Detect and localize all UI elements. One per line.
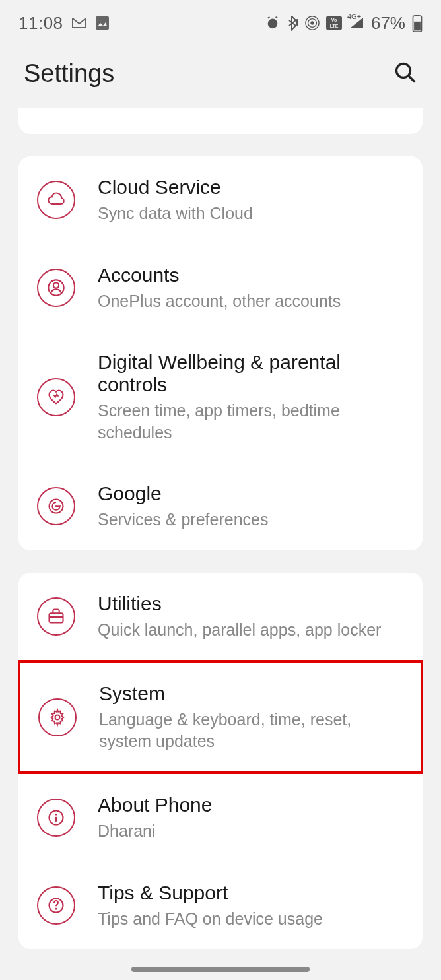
item-title: Tips & Support	[98, 882, 404, 904]
info-icon	[37, 799, 75, 837]
navigation-handle[interactable]	[131, 967, 310, 972]
item-subtitle: Tips and FAQ on device usage	[98, 908, 404, 930]
search-icon[interactable]	[393, 61, 417, 87]
cloud-icon	[37, 181, 75, 219]
svg-point-15	[53, 282, 59, 288]
svg-point-3	[310, 21, 314, 25]
status-right: VoLTE 4G+ 67%	[265, 13, 423, 34]
status-left: 11:08	[18, 13, 110, 34]
item-title: Google	[98, 482, 404, 505]
card-previous-group-tail	[18, 108, 423, 134]
settings-item-tips-support[interactable]: Tips & Support Tips and FAQ on device us…	[18, 862, 423, 950]
settings-item-google[interactable]: Google Services & preferences	[18, 463, 423, 550]
svg-point-24	[55, 908, 57, 910]
signal-icon: 4G+	[349, 16, 364, 30]
volte-icon: VoLTE	[326, 16, 342, 30]
item-title: About Phone	[98, 794, 404, 816]
item-title: Accounts	[98, 264, 404, 286]
settings-header: Settings	[0, 40, 441, 108]
svg-line-13	[409, 76, 414, 81]
settings-item-about-phone[interactable]: About Phone Dharani	[18, 774, 423, 862]
alarm-icon	[265, 16, 280, 30]
item-title: Cloud Service	[98, 176, 404, 199]
settings-item-system[interactable]: System Language & keyboard, time, reset,…	[18, 660, 423, 774]
item-title: System	[99, 682, 403, 705]
hotspot-icon	[305, 16, 320, 30]
item-subtitle: Screen time, app timers, bedtime schedul…	[98, 400, 404, 443]
item-subtitle: Quick launch, parallel apps, app locker	[98, 619, 404, 641]
page-title: Settings	[24, 59, 114, 88]
settings-group-2: Utilities Quick launch, parallel apps, a…	[18, 573, 423, 950]
svg-rect-0	[96, 16, 109, 30]
svg-text:LTE: LTE	[330, 24, 339, 28]
item-subtitle: Language & keyboard, time, reset, system…	[99, 709, 403, 752]
item-title: Digital Wellbeing & parental controls	[98, 351, 404, 396]
status-time: 11:08	[18, 13, 63, 34]
settings-item-accounts[interactable]: Accounts OnePlus account, other accounts	[18, 244, 423, 332]
status-bar: 11:08 VoLTE 4G+ 67%	[0, 0, 441, 40]
svg-point-19	[55, 715, 60, 719]
help-icon	[37, 886, 75, 925]
settings-item-utilities[interactable]: Utilities Quick launch, parallel apps, a…	[18, 573, 423, 661]
person-icon	[37, 269, 75, 307]
item-subtitle: Dharani	[98, 820, 404, 842]
google-icon	[37, 487, 75, 525]
gear-icon	[38, 698, 77, 736]
gmail-icon	[71, 17, 87, 29]
item-subtitle: OnePlus account, other accounts	[98, 290, 404, 312]
svg-rect-17	[50, 613, 63, 622]
settings-group-1: Cloud Service Sync data with Cloud Accou…	[18, 156, 423, 550]
image-icon	[95, 16, 110, 30]
battery-percent: 67%	[371, 13, 405, 34]
battery-icon	[412, 15, 423, 32]
svg-text:Vo: Vo	[331, 18, 337, 22]
svg-point-21	[55, 814, 57, 816]
settings-item-digital-wellbeing[interactable]: Digital Wellbeing & parental controls Sc…	[18, 331, 423, 463]
heart-icon	[37, 378, 75, 416]
bluetooth-icon	[287, 15, 298, 31]
svg-point-1	[268, 19, 278, 29]
briefcase-icon	[37, 597, 75, 636]
settings-item-cloud-service[interactable]: Cloud Service Sync data with Cloud	[18, 156, 423, 244]
svg-rect-11	[414, 22, 421, 31]
item-title: Utilities	[98, 593, 404, 615]
item-subtitle: Services & preferences	[98, 509, 404, 531]
item-subtitle: Sync data with Cloud	[98, 203, 404, 224]
svg-rect-2	[296, 19, 298, 26]
